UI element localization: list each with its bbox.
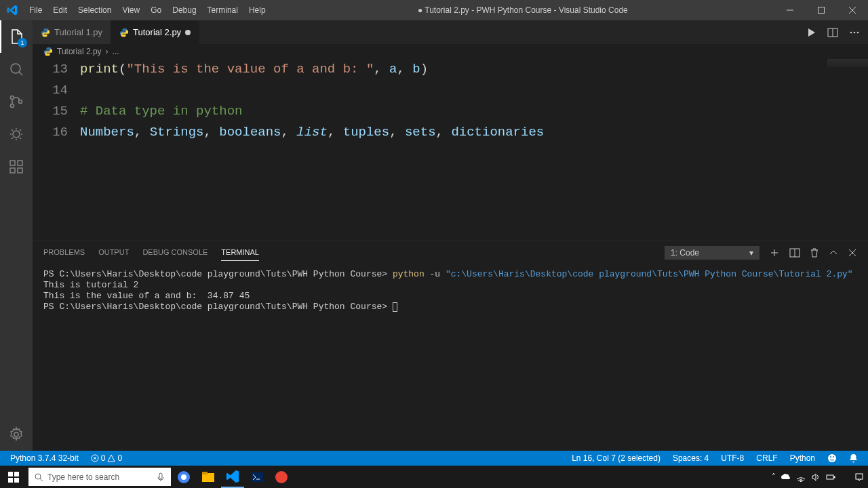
minimize-button[interactable] bbox=[774, 0, 806, 20]
status-errors[interactable]: 0 0 bbox=[87, 453, 125, 463]
new-terminal-button[interactable] bbox=[769, 247, 780, 258]
svg-rect-33 bbox=[827, 475, 833, 479]
svg-point-17 bbox=[828, 454, 836, 462]
editor-area: Tutorial 1.pyTutorial 2.py Tutorial 2.py… bbox=[33, 20, 868, 451]
taskbar-search[interactable]: Type here to search bbox=[28, 468, 171, 486]
taskbar-app-explorer[interactable] bbox=[197, 466, 220, 488]
svg-point-12 bbox=[850, 31, 852, 33]
search-icon[interactable] bbox=[0, 53, 33, 85]
svg-point-27 bbox=[181, 474, 186, 480]
close-panel-button[interactable] bbox=[848, 248, 857, 258]
maximize-button[interactable] bbox=[806, 0, 837, 20]
status-feedback-icon[interactable] bbox=[824, 453, 840, 463]
tab-bar: Tutorial 1.pyTutorial 2.py bbox=[33, 20, 868, 44]
status-python[interactable]: Python 3.7.4 32-bit bbox=[7, 453, 82, 463]
status-position[interactable]: Ln 16, Col 7 (2 selected) bbox=[568, 453, 664, 463]
taskbar-app-vscode[interactable] bbox=[221, 466, 244, 488]
svg-point-5 bbox=[13, 131, 20, 138]
menu-selection[interactable]: Selection bbox=[73, 0, 117, 20]
svg-rect-22 bbox=[8, 478, 13, 483]
svg-rect-34 bbox=[834, 476, 835, 478]
menu-file[interactable]: File bbox=[24, 0, 47, 20]
menu-debug[interactable]: Debug bbox=[167, 0, 201, 20]
split-editor-button[interactable] bbox=[827, 27, 838, 38]
svg-rect-30 bbox=[251, 472, 263, 482]
tray-volume-icon[interactable] bbox=[811, 472, 821, 482]
code-content[interactable]: print("This is the value of a and b: ", … bbox=[80, 59, 868, 241]
svg-point-14 bbox=[857, 31, 859, 33]
maximize-panel-button[interactable] bbox=[829, 248, 838, 258]
status-spaces[interactable]: Spaces: 4 bbox=[669, 453, 712, 463]
tray-battery-icon[interactable] bbox=[826, 472, 835, 482]
run-button[interactable] bbox=[806, 27, 816, 38]
panel-tab-debug-console[interactable]: DEBUG CONSOLE bbox=[142, 244, 208, 261]
split-terminal-button[interactable] bbox=[789, 247, 800, 258]
menu-edit[interactable]: Edit bbox=[47, 0, 73, 20]
taskbar-search-placeholder: Type here to search bbox=[47, 472, 119, 482]
taskbar-app-chrome[interactable] bbox=[172, 466, 195, 488]
status-bell-icon[interactable] bbox=[846, 453, 861, 463]
svg-point-18 bbox=[830, 456, 831, 458]
svg-point-32 bbox=[800, 481, 802, 482]
menu-view[interactable]: View bbox=[117, 0, 145, 20]
svg-point-13 bbox=[854, 31, 856, 33]
python-file-icon bbox=[119, 28, 129, 37]
svg-point-1 bbox=[11, 64, 20, 73]
status-eol[interactable]: CRLF bbox=[753, 453, 781, 463]
vscode-logo-icon bbox=[0, 5, 24, 16]
svg-rect-35 bbox=[856, 474, 863, 479]
close-button[interactable] bbox=[837, 0, 868, 20]
panel-tab-output[interactable]: OUTPUT bbox=[98, 244, 129, 261]
panel-tab-terminal[interactable]: TERMINAL bbox=[221, 244, 259, 261]
tray-onedrive-icon[interactable] bbox=[781, 472, 791, 482]
debug-icon[interactable] bbox=[0, 118, 33, 150]
svg-rect-29 bbox=[202, 472, 208, 474]
system-tray[interactable]: ˄ bbox=[772, 472, 864, 482]
window-title: ● Tutorial 2.py - PWH Python Course - Vi… bbox=[271, 5, 774, 15]
svg-rect-8 bbox=[18, 168, 22, 173]
minimap[interactable] bbox=[827, 59, 868, 67]
start-button[interactable] bbox=[0, 466, 27, 488]
svg-rect-23 bbox=[14, 478, 19, 483]
activity-bar: 1 bbox=[0, 20, 33, 451]
status-bar: Python 3.7.4 32-bit 0 0 Ln 16, Col 7 (2 … bbox=[0, 451, 868, 466]
panel-tab-problems[interactable]: PROBLEMS bbox=[43, 244, 85, 261]
breadcrumb[interactable]: Tutorial 2.py › ... bbox=[33, 44, 868, 59]
menu-terminal[interactable]: Terminal bbox=[202, 0, 243, 20]
tray-chevron-icon[interactable]: ˄ bbox=[772, 472, 776, 481]
dirty-indicator-icon bbox=[185, 30, 191, 35]
breadcrumb-sep: › bbox=[106, 47, 108, 56]
svg-rect-21 bbox=[14, 472, 19, 476]
svg-rect-25 bbox=[159, 473, 162, 479]
tray-network-icon[interactable] bbox=[796, 472, 806, 482]
tab-tutorial-2-py[interactable]: Tutorial 2.py bbox=[111, 20, 199, 44]
settings-gear-icon[interactable] bbox=[0, 418, 33, 451]
tray-notifications-icon[interactable] bbox=[854, 472, 864, 482]
status-encoding[interactable]: UTF-8 bbox=[717, 453, 747, 463]
svg-rect-20 bbox=[8, 472, 13, 476]
menu-go[interactable]: Go bbox=[145, 0, 167, 20]
window-controls bbox=[774, 0, 868, 20]
python-file-icon bbox=[41, 28, 50, 37]
taskbar-app-powershell[interactable] bbox=[245, 466, 269, 488]
taskbar-app-other[interactable] bbox=[270, 466, 293, 488]
taskbar: Type here to search ˄ bbox=[0, 466, 868, 488]
terminal-selector[interactable]: 1: Code bbox=[665, 246, 760, 260]
python-file-icon bbox=[43, 47, 53, 56]
svg-point-10 bbox=[14, 432, 18, 436]
code-editor[interactable]: 13141516 print("This is the value of a a… bbox=[33, 59, 868, 241]
svg-point-2 bbox=[11, 96, 14, 100]
explorer-icon[interactable]: 1 bbox=[0, 20, 33, 53]
svg-rect-9 bbox=[18, 161, 22, 165]
kill-terminal-button[interactable] bbox=[810, 247, 819, 258]
svg-rect-0 bbox=[818, 7, 825, 14]
source-control-icon[interactable] bbox=[0, 85, 33, 118]
status-language[interactable]: Python bbox=[787, 453, 818, 463]
terminal-output[interactable]: PS C:\Users\Haris\Desktop\code playgroun… bbox=[33, 264, 868, 451]
panel-tab-bar: PROBLEMSOUTPUTDEBUG CONSOLETERMINAL 1: C… bbox=[33, 241, 868, 264]
menu-help[interactable]: Help bbox=[243, 0, 271, 20]
extensions-icon[interactable] bbox=[0, 150, 33, 183]
tab-tutorial-1-py[interactable]: Tutorial 1.py bbox=[33, 20, 111, 44]
svg-rect-7 bbox=[10, 168, 15, 173]
more-actions-button[interactable] bbox=[849, 27, 860, 38]
